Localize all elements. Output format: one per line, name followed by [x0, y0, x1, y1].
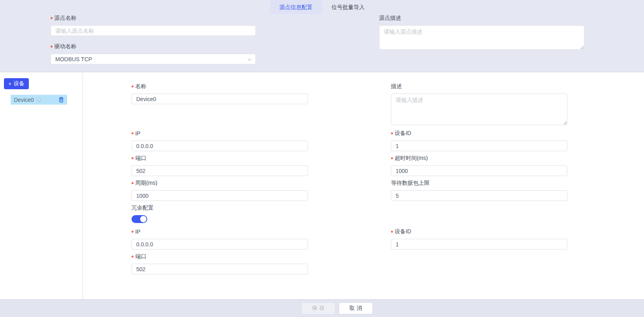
- period-label-text: 周期(ms): [135, 180, 157, 187]
- period-label: * 周期(ms): [131, 179, 308, 187]
- redundancy-label: 冗余配置: [131, 204, 308, 212]
- redundant-device-id-label: * 设备ID: [391, 228, 567, 236]
- required-mark: *: [51, 44, 53, 51]
- port-label: * 端口: [131, 154, 308, 162]
- tab-tag-batch-import[interactable]: 位号批量导入: [322, 0, 374, 14]
- source-desc-label: 源点描述: [379, 14, 584, 22]
- timeout-input[interactable]: [391, 165, 567, 176]
- device-sidebar: + 设备 Device0: [0, 73, 83, 299]
- device-name: Device0: [14, 97, 34, 103]
- cancel-button[interactable]: 取 消: [339, 302, 373, 314]
- source-config-section: 源点信息配置 位号批量导入 * 源点名称 * 驱动名称 MODBUS TCP 源…: [0, 0, 644, 72]
- device-id-label-text: 设备ID: [394, 130, 411, 137]
- toggle-knob: [140, 216, 146, 222]
- redundancy-toggle[interactable]: [131, 215, 147, 223]
- driver-name-label-text: 驱动名称: [54, 43, 76, 50]
- bulb-icon: [36, 97, 42, 103]
- ip-label: * IP: [131, 129, 308, 137]
- device-id-label: * 设备ID: [391, 129, 567, 137]
- redundant-ip-input[interactable]: [131, 239, 308, 249]
- wait-packets-label: 等待数据包上限: [391, 179, 567, 187]
- wait-packets-input[interactable]: [391, 190, 567, 201]
- required-mark: *: [131, 131, 133, 137]
- source-name-label: * 源点名称: [51, 14, 256, 22]
- required-mark: *: [51, 16, 53, 22]
- redundant-port-label-text: 端口: [135, 253, 146, 260]
- required-mark: *: [131, 229, 133, 236]
- required-mark: *: [391, 156, 393, 162]
- port-label-text: 端口: [135, 155, 146, 162]
- redundant-device-id-input[interactable]: [391, 239, 567, 249]
- required-mark: *: [131, 181, 133, 187]
- ip-input[interactable]: [131, 141, 308, 151]
- chevron-down-icon: [247, 57, 252, 63]
- plus-icon: +: [8, 81, 11, 87]
- device-form-panel: * 名称 描述 * IP * 设备ID: [83, 73, 644, 299]
- add-device-button-label: 设备: [13, 80, 24, 87]
- port-input[interactable]: [131, 165, 308, 176]
- source-desc-label-text: 源点描述: [379, 15, 401, 22]
- driver-select[interactable]: MODBUS TCP: [51, 54, 256, 64]
- device-desc-label-text: 描述: [391, 83, 402, 90]
- required-mark: *: [391, 229, 393, 236]
- add-device-button[interactable]: + 设备: [4, 78, 29, 89]
- source-name-label-text: 源点名称: [54, 15, 76, 22]
- ip-label-text: IP: [135, 130, 140, 137]
- wait-packets-label-text: 等待数据包上限: [391, 180, 430, 187]
- redundant-ip-label-text: IP: [135, 229, 140, 235]
- timeout-label: * 超时时间(ms): [391, 154, 567, 162]
- period-input[interactable]: [131, 190, 308, 201]
- timeout-label-text: 超时时间(ms): [394, 155, 428, 162]
- required-mark: *: [131, 156, 133, 162]
- delete-device-icon[interactable]: [58, 97, 64, 103]
- device-name-input[interactable]: [131, 94, 308, 104]
- redundant-port-input[interactable]: [131, 264, 308, 274]
- required-mark: *: [131, 254, 133, 261]
- redundancy-label-text: 冗余配置: [131, 204, 154, 212]
- device-name-label: * 名称: [131, 83, 308, 90]
- source-desc-textarea[interactable]: [379, 25, 584, 50]
- redundant-ip-label: * IP: [131, 228, 308, 236]
- device-desc-label: 描述: [391, 83, 567, 90]
- driver-name-label: * 驱动名称: [51, 43, 256, 51]
- save-button[interactable]: 保 存: [301, 302, 335, 314]
- driver-select-value: MODBUS TCP: [55, 56, 92, 62]
- device-desc-textarea[interactable]: [391, 94, 567, 125]
- redundant-port-label: * 端口: [131, 253, 308, 261]
- footer-bar: 保 存 取 消: [0, 299, 644, 317]
- device-list-item[interactable]: Device0: [11, 95, 67, 105]
- source-name-input[interactable]: [51, 25, 256, 36]
- device-name-label-text: 名称: [135, 83, 146, 90]
- device-id-input[interactable]: [391, 141, 567, 151]
- required-mark: *: [131, 84, 133, 90]
- tab-source-info-config[interactable]: 源点信息配置: [270, 0, 322, 14]
- required-mark: *: [391, 131, 393, 137]
- tabbar: 源点信息配置 位号批量导入: [0, 0, 644, 14]
- redundant-device-id-label-text: 设备ID: [394, 228, 411, 235]
